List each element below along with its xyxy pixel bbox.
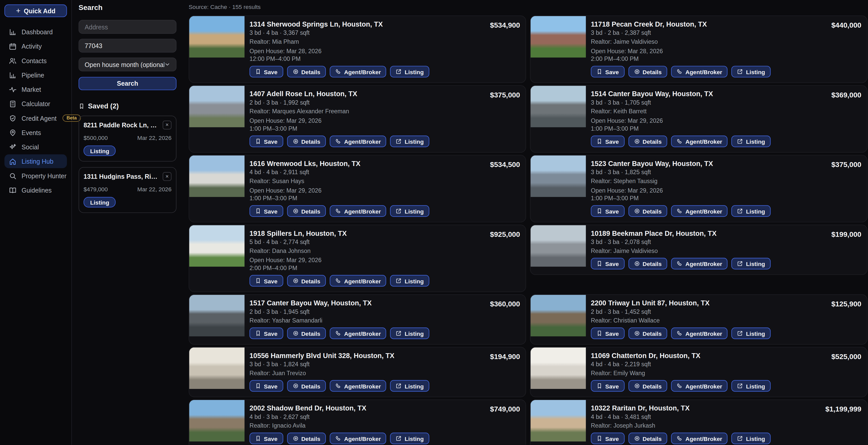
agent-broker-button[interactable]: Agent/Broker	[330, 433, 386, 444]
sidebar-item-social[interactable]: Social	[4, 140, 67, 154]
agent-broker-button[interactable]: Agent/Broker	[330, 275, 386, 286]
listing-link-button[interactable]: Listing	[732, 258, 771, 269]
save-button[interactable]: Save	[591, 380, 624, 391]
save-button[interactable]: Save	[250, 433, 283, 444]
search-button[interactable]: Search	[79, 77, 177, 90]
sidebar-item-guidelines[interactable]: Guidelines	[4, 183, 67, 197]
agent-broker-button[interactable]: Agent/Broker	[330, 66, 386, 77]
save-button[interactable]: Save	[250, 205, 283, 217]
sidebar-item-dashboard[interactable]: Dashboard	[4, 25, 67, 39]
details-button[interactable]: Details	[287, 275, 326, 286]
save-button[interactable]: Save	[591, 205, 624, 217]
listing-link-button[interactable]: Listing	[732, 433, 771, 444]
save-button[interactable]: Save	[250, 380, 283, 391]
sidebar-item-contacts[interactable]: Contacts	[4, 54, 67, 67]
sidebar-item-events[interactable]: Events	[4, 126, 67, 139]
bookmark-icon	[596, 208, 602, 214]
listing-link-button[interactable]: Listing	[390, 328, 429, 339]
agent-broker-button[interactable]: Agent/Broker	[671, 328, 728, 339]
agent-broker-button[interactable]: Agent/Broker	[330, 328, 386, 339]
sidebar-item-pipeline[interactable]: Pipeline	[4, 68, 67, 82]
open-house-month-select[interactable]: Open house month (optional)	[79, 58, 177, 71]
save-button[interactable]: Save	[591, 433, 624, 444]
quick-add-button[interactable]: + Quick Add	[4, 4, 67, 17]
saved-address: 1311 Hudgins Pass, Richm...	[84, 172, 159, 180]
external-link-icon	[396, 138, 402, 145]
agent-broker-button[interactable]: Agent/Broker	[671, 135, 728, 147]
remove-saved-button[interactable]: ×	[163, 121, 172, 130]
details-button[interactable]: Details	[287, 205, 326, 217]
listing-realtor: Realtor: Jaime Valdivieso	[591, 247, 801, 254]
agent-broker-button[interactable]: Agent/Broker	[671, 258, 728, 269]
eye-icon	[634, 383, 640, 389]
phone-icon	[335, 68, 341, 75]
save-button[interactable]: Save	[591, 258, 624, 269]
listing-link-button[interactable]: Listing	[732, 380, 771, 391]
details-button[interactable]: Details	[287, 380, 326, 391]
listing-link-button[interactable]: Listing	[390, 66, 429, 77]
sidebar-item-activity[interactable]: Activity	[4, 39, 67, 53]
save-button[interactable]: Save	[250, 135, 283, 147]
saved-listing-tag[interactable]: Listing	[84, 197, 116, 208]
agent-broker-button[interactable]: Agent/Broker	[671, 380, 728, 391]
listing-realtor: Realtor: Keith Barrett	[591, 108, 801, 115]
phone-icon	[677, 138, 683, 145]
listing-link-button[interactable]: Listing	[732, 66, 771, 77]
details-button[interactable]: Details	[628, 258, 667, 269]
sidebar-item-label: Property Hunter	[22, 172, 66, 179]
agent-broker-button[interactable]: Agent/Broker	[330, 205, 386, 217]
phone-icon	[677, 435, 683, 441]
external-link-icon	[396, 208, 402, 214]
details-button[interactable]: Details	[628, 433, 667, 444]
agent-broker-button[interactable]: Agent/Broker	[671, 205, 728, 217]
listing-link-button[interactable]: Listing	[732, 328, 771, 339]
listing-link-button[interactable]: Listing	[390, 135, 429, 147]
save-button[interactable]: Save	[250, 328, 283, 339]
results-source-text: Source: Cache · 155 results	[189, 3, 867, 10]
listing-link-button[interactable]: Listing	[732, 135, 771, 147]
remove-saved-button[interactable]: ×	[163, 172, 172, 181]
agent-broker-button[interactable]: Agent/Broker	[330, 380, 386, 391]
details-button[interactable]: Details	[287, 328, 326, 339]
agent-broker-button[interactable]: Agent/Broker	[671, 66, 728, 77]
sidebar-item-listing-hub[interactable]: Listing Hub	[4, 155, 67, 168]
save-button[interactable]: Save	[250, 275, 283, 286]
close-icon: ×	[165, 173, 169, 179]
sidebar: + Quick Add Dashboard Activity Contacts …	[0, 0, 72, 445]
save-button[interactable]: Save	[591, 328, 624, 339]
listing-realtor: Realtor: Ignacio Avila	[250, 422, 459, 428]
listing-link-button[interactable]: Listing	[390, 275, 429, 286]
save-button[interactable]: Save	[591, 135, 624, 147]
details-button[interactable]: Details	[287, 66, 326, 77]
address-input[interactable]	[79, 20, 177, 34]
details-button[interactable]: Details	[287, 433, 326, 444]
save-button[interactable]: Save	[591, 66, 624, 77]
bookmark-icon	[255, 383, 261, 389]
details-button[interactable]: Details	[628, 66, 667, 77]
sidebar-item-credit-agent[interactable]: Credit Agent Beta	[4, 111, 67, 125]
listing-link-button[interactable]: Listing	[732, 205, 771, 217]
saved-listing-tag[interactable]: Listing	[84, 146, 116, 156]
details-button[interactable]: Details	[287, 135, 326, 147]
details-button[interactable]: Details	[628, 135, 667, 147]
details-button[interactable]: Details	[628, 205, 667, 217]
zip-input[interactable]	[79, 39, 177, 53]
sidebar-item-property-hunter[interactable]: Property Hunter	[4, 169, 67, 183]
agent-broker-button[interactable]: Agent/Broker	[330, 135, 386, 147]
listing-price: $360,000	[490, 300, 520, 308]
external-link-icon	[396, 278, 402, 284]
agent-broker-button[interactable]: Agent/Broker	[671, 433, 728, 444]
details-button[interactable]: Details	[628, 328, 667, 339]
listing-open-house-time: 1:00 PM–3:00 PM	[591, 195, 801, 201]
sidebar-item-label: Credit Agent	[22, 115, 57, 122]
listing-realtor: Realtor: Marques Alexander Freeman	[250, 108, 459, 115]
details-button[interactable]: Details	[628, 380, 667, 391]
listing-card: $440,000 11718 Pecan Creek Dr, Houston, …	[530, 15, 867, 83]
sidebar-item-market[interactable]: Market	[4, 82, 67, 96]
sidebar-item-calculator[interactable]: Calculator	[4, 97, 67, 111]
listing-link-button[interactable]: Listing	[390, 205, 429, 217]
listing-realtor: Realtor: Jaime Valdivieso	[591, 38, 801, 45]
listing-link-button[interactable]: Listing	[390, 433, 429, 444]
save-button[interactable]: Save	[250, 66, 283, 77]
listing-link-button[interactable]: Listing	[390, 380, 429, 391]
